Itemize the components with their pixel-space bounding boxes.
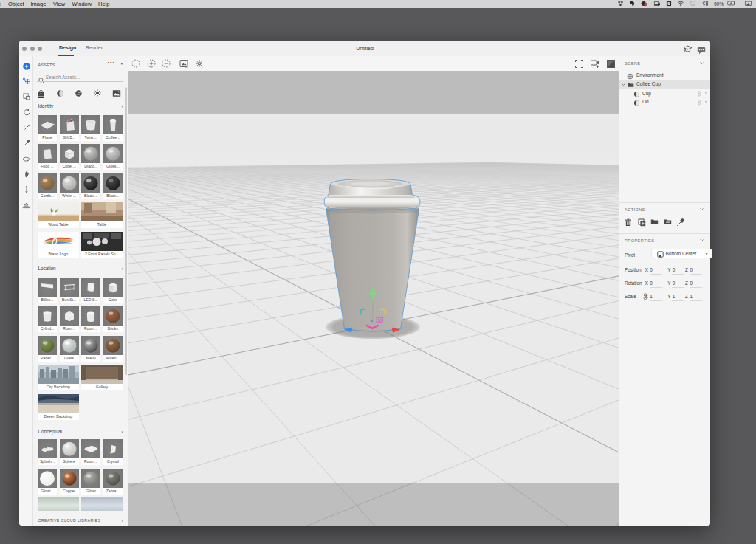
svg-text:90: 90 <box>378 319 382 323</box>
